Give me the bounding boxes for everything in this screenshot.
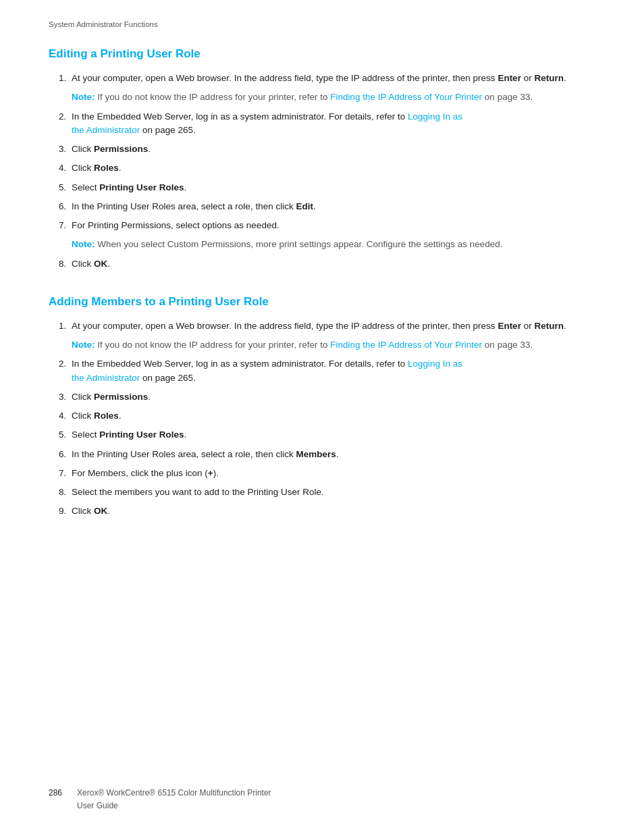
step-2-3-text: Click Permissions.: [72, 392, 151, 402]
section1-title: Editing a Printing User Role: [49, 47, 595, 61]
step-1-6-bold: Edit: [296, 201, 313, 211]
note-after: on page 33.: [482, 92, 533, 102]
footer-content: 286 Xerox® WorkCentre® 6515 Color Multif…: [49, 787, 271, 812]
step-1-4: Click Roles.: [69, 161, 595, 175]
section-editing: Editing a Printing User Role At your com…: [49, 47, 595, 271]
note-link-2[interactable]: Finding the IP Address of Your Printer: [330, 340, 482, 350]
step-2-8: Select the members you want to add to th…: [69, 486, 595, 499]
step-2-5: Select Printing User Roles.: [69, 428, 595, 442]
section1-steps: At your computer, open a Web browser. In…: [62, 72, 595, 271]
note-label-2: Note:: [72, 239, 95, 249]
step-1-4-bold: Roles: [94, 163, 119, 173]
step-1-1-text: At your computer, open a Web browser. In…: [72, 73, 566, 83]
step-1-6-text: In the Printing User Roles area, select …: [72, 201, 316, 211]
step-2-5-bold: Printing User Roles: [99, 429, 184, 440]
step-2-7-bold: +: [208, 468, 213, 478]
step-2-9: Click OK.: [69, 504, 595, 518]
step-2-9-bold: OK: [94, 506, 107, 516]
step-1-1-bold2: Return: [534, 73, 564, 83]
step-1-5-bold: Printing User Roles: [99, 182, 184, 192]
step-1-8-text: Click OK.: [72, 259, 110, 269]
step-2-6-text: In the Printing User Roles area, select …: [72, 449, 338, 459]
step-1-7: For Printing Permissions, select options…: [69, 219, 595, 252]
step-1-7-note: Note: When you select Custom Permissions…: [72, 238, 595, 251]
note-label-3: Note:: [72, 340, 95, 350]
step-2-8-text: Select the members you want to add to th…: [72, 487, 324, 497]
step-1-1-bold1: Enter: [498, 73, 521, 83]
step-1-3-bold: Permissions: [94, 144, 148, 154]
step-2-1-bold1: Enter: [498, 321, 521, 331]
step-2-1-note: Note: If you do not know the IP address …: [72, 338, 595, 352]
step-2-4: Click Roles.: [69, 409, 595, 423]
step-2-1-text: At your computer, open a Web browser. In…: [72, 321, 566, 331]
step-2-2-text: In the Embedded Web Server, log in as a …: [72, 359, 408, 369]
step-1-4-text: Click Roles.: [72, 163, 122, 173]
footer-product: Xerox® WorkCentre® 6515 Color Multifunct…: [77, 787, 271, 800]
step-1-5-text: Select Printing User Roles.: [72, 182, 186, 192]
step-2-1: At your computer, open a Web browser. In…: [69, 319, 595, 353]
step-2-3-bold: Permissions: [94, 392, 148, 402]
note-link[interactable]: Finding the IP Address of Your Printer: [330, 92, 482, 102]
step-2-7-text: For Members, click the plus icon (+).: [72, 468, 219, 478]
step-1-2-after: on page 265.: [140, 125, 196, 135]
note-label: Note:: [72, 92, 95, 102]
step-2-4-text: Click Roles.: [72, 411, 122, 421]
footer-details: Xerox® WorkCentre® 6515 Color Multifunct…: [77, 787, 271, 812]
step-1-6: In the Printing User Roles area, select …: [69, 200, 595, 213]
step-1-1: At your computer, open a Web browser. In…: [69, 72, 595, 105]
step-2-6-bold: Members: [296, 449, 336, 459]
step-2-7: For Members, click the plus icon (+).: [69, 467, 595, 480]
step-1-1-note: Note: If you do not know the IP address …: [72, 90, 595, 104]
note-text-2: When you select Custom Permissions, more…: [97, 239, 502, 249]
step-2-5-text: Select Printing User Roles.: [72, 429, 186, 440]
step-1-5: Select Printing User Roles.: [69, 181, 595, 194]
step-2-1-bold2: Return: [534, 321, 564, 331]
footer-guide: User Guide: [77, 800, 271, 812]
note-text-3: If you do not know the IP address for yo…: [97, 340, 330, 350]
footer: 286 Xerox® WorkCentre® 6515 Color Multif…: [49, 787, 271, 812]
step-2-3: Click Permissions.: [69, 390, 595, 404]
step-2-9-text: Click OK.: [72, 506, 110, 516]
step-2-2: In the Embedded Web Server, log in as a …: [69, 357, 595, 385]
step-1-8: Click OK.: [69, 257, 595, 271]
note-text: If you do not know the IP address for yo…: [97, 92, 330, 102]
step-1-8-bold: OK: [94, 259, 107, 269]
step-2-2-after: on page 265.: [140, 373, 196, 383]
step-1-2: In the Embedded Web Server, log in as a …: [69, 110, 595, 138]
step-1-2-text: In the Embedded Web Server, log in as a …: [72, 111, 408, 122]
page: System Administrator Functions Editing a…: [0, 0, 644, 834]
step-2-6: In the Printing User Roles area, select …: [69, 448, 595, 461]
section2-title: Adding Members to a Printing User Role: [49, 295, 595, 309]
step-2-4-bold: Roles: [94, 411, 119, 421]
step-1-3-text: Click Permissions.: [72, 144, 151, 154]
section2-steps: At your computer, open a Web browser. In…: [62, 319, 595, 519]
step-1-7-text: For Printing Permissions, select options…: [72, 220, 279, 230]
step-1-3: Click Permissions.: [69, 142, 595, 156]
footer-page-number: 286: [49, 787, 62, 800]
breadcrumb: System Administrator Functions: [49, 20, 595, 28]
note-after-2: on page 33.: [482, 340, 533, 350]
section-adding: Adding Members to a Printing User Role A…: [49, 295, 595, 519]
